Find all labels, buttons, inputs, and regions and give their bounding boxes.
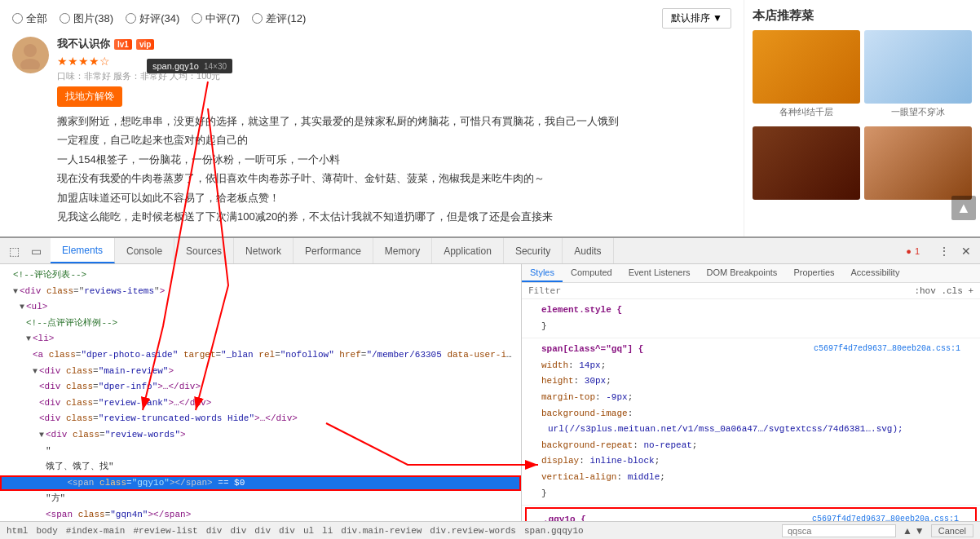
tab-computed[interactable]: Computed	[563, 264, 620, 282]
dom-text-fang[interactable]: "方"	[0, 491, 521, 507]
scroll-up-button[interactable]: ▲	[951, 196, 976, 220]
dom-panel: <!--评论列表--> ▼<div class="reviews-items">…	[0, 264, 522, 521]
review-item: 我不认识你 lv1 vip ★★★★☆ 口味：非常好 服务：非常好 人均：100…	[12, 37, 731, 226]
element-style-rule: element.style { }	[522, 299, 980, 338]
gqy1o-rule: c5697f4d7ed9637…80eeb20a.css:1 .gqy1o { …	[525, 507, 977, 521]
review-text: 搬家到附近，想吃串串，没更好的选择，就这里了，其实最爱的是辣家私厨的烤脑花，可惜…	[57, 112, 731, 226]
dom-selected-span[interactable]: <span class="gqy1o"></span> == $0	[0, 475, 521, 492]
vip-badge: vip	[136, 39, 154, 50]
dom-text-quote[interactable]: "	[0, 444, 521, 460]
nav-arrows: ▲ ▼	[903, 525, 925, 537]
device-icon[interactable]: ▭	[29, 242, 44, 260]
breadcrumb-li[interactable]: li	[322, 526, 333, 536]
page-wrapper: 全部 图片(38) 好评(34) 中评(7) 差评(12)	[0, 0, 980, 539]
dom-li[interactable]: ▼<li>	[0, 331, 521, 347]
tab-performance[interactable]: Performance	[294, 238, 373, 263]
tab-event-listeners[interactable]: Event Listeners	[620, 264, 699, 282]
breadcrumb-index-main[interactable]: #index-main	[66, 526, 126, 536]
tab-audits[interactable]: Audits	[563, 238, 613, 263]
close-devtools-icon[interactable]: ✕	[959, 242, 973, 260]
dom-ul[interactable]: ▼<ul>	[0, 299, 521, 316]
breadcrumb-span[interactable]: span.gqqy1o	[524, 526, 584, 536]
sidebar-image-4[interactable]	[864, 126, 972, 200]
dom-span-gqn4n[interactable]: <span class="gqn4n"></span>	[0, 507, 521, 521]
tab-memory[interactable]: Memory	[373, 238, 432, 263]
element-style-selector: element.style {	[528, 303, 973, 319]
styles-filter-input[interactable]	[528, 285, 914, 296]
breadcrumb-review-list[interactable]: #review-list	[133, 526, 197, 536]
filter-bad[interactable]: 差评(12)	[252, 11, 306, 26]
tab-security[interactable]: Security	[504, 238, 563, 263]
level-badge: lv1	[114, 39, 132, 50]
tab-application[interactable]: Application	[432, 238, 504, 263]
tab-network[interactable]: Network	[234, 238, 294, 263]
bottom-search-input[interactable]	[782, 524, 896, 537]
devtools-toolbar: ⬚ ▭ Elements Console Sources Network Per…	[0, 238, 980, 264]
svg-point-1	[20, 59, 40, 69]
more-options-icon[interactable]: ⋮	[936, 242, 952, 260]
styles-filter-bar: :hov .cls +	[522, 283, 980, 299]
filter-medium[interactable]: 中评(7)	[192, 11, 240, 26]
tab-accessibility[interactable]: Accessibility	[843, 264, 908, 282]
dom-div-review-words[interactable]: ▼<div class="review-words">	[0, 427, 521, 444]
devtools-tabs: Elements Console Sources Network Perform…	[51, 238, 614, 263]
tab-sources[interactable]: Sources	[174, 238, 234, 263]
devtools-panel: ⬚ ▭ Elements Console Sources Network Per…	[0, 236, 980, 539]
sidebar-image-2[interactable]	[864, 30, 972, 104]
filter-all[interactable]: 全部	[12, 11, 47, 26]
dom-text-hungry[interactable]: 饿了、饿了、找"	[0, 459, 521, 475]
inspect-icon[interactable]: ⬚	[7, 242, 22, 260]
breadcrumb-div3[interactable]: div	[254, 526, 271, 536]
styles-panel: Styles Computed Event Listeners DOM Brea…	[522, 264, 980, 521]
sort-button[interactable]: 默认排序 ▼	[662, 8, 731, 29]
sidebar-image-1[interactable]	[753, 30, 860, 104]
span-gq-selector: c5697f4d7ed9637…80eeb20a.css:1 span[clas…	[528, 342, 973, 358]
top-section: 全部 图片(38) 好评(34) 中评(7) 差评(12)	[0, 0, 980, 236]
breadcrumb-div2[interactable]: div	[230, 526, 246, 536]
hov-cls-buttons: :hov .cls +	[914, 286, 973, 296]
devtools-body: <!--评论列表--> ▼<div class="reviews-items">…	[0, 264, 980, 521]
bottom-bar: html body #index-main #review-list div d…	[0, 521, 980, 539]
breadcrumb-body[interactable]: body	[36, 526, 57, 536]
sidebar-image-3[interactable]	[753, 126, 860, 200]
dom-a-photo[interactable]: <a class="dper-photo-aside" target="_bla…	[0, 347, 521, 364]
filter-photos[interactable]: 图片(38)	[60, 11, 113, 26]
sidebar: 本店推荐菜 各种纠结千层 一眼望不穿冰	[744, 0, 980, 236]
sidebar-images: 各种纠结千层 一眼望不穿冰	[753, 30, 972, 202]
dom-comment-reviews[interactable]: <!--评论列表-->	[0, 267, 521, 284]
img-label-2: 一眼望不穿冰	[864, 106, 972, 118]
gqy1o-selector: c5697f4d7ed9637…80eeb20a.css:1 .gqy1o {	[530, 512, 972, 521]
dom-div-main-review[interactable]: ▼<div class="main-review">	[0, 364, 521, 380]
breadcrumb-div1[interactable]: div	[206, 526, 223, 536]
avatar	[12, 37, 49, 73]
dom-div-dper-info[interactable]: <div class="dper-info">…</div>	[0, 379, 521, 395]
highlight-button[interactable]: 找地方解馋	[57, 86, 122, 107]
breadcrumb-ul[interactable]: ul	[303, 526, 314, 536]
dom-div-review-rank[interactable]: <div class="review-rank">…</div>	[0, 395, 521, 412]
tab-elements[interactable]: Elements	[51, 238, 115, 263]
element-tooltip: span.gqy1o 14×30	[147, 59, 232, 73]
tab-console[interactable]: Console	[115, 238, 174, 263]
breadcrumb-review-words[interactable]: div.review-words	[430, 526, 516, 536]
breadcrumb-html[interactable]: html	[7, 526, 28, 536]
dom-div-reviews-items[interactable]: ▼<div class="reviews-items">	[0, 284, 521, 300]
filter-bar: 全部 图片(38) 好评(34) 中评(7) 差评(12)	[12, 8, 731, 29]
nav-down-button[interactable]: ▼	[915, 525, 925, 537]
sidebar-title: 本店推荐菜	[753, 8, 972, 24]
span-gq-rule: c5697f4d7ed9637…80eeb20a.css:1 span[clas…	[522, 338, 980, 506]
svg-point-0	[24, 44, 37, 57]
cancel-button[interactable]: Cancel	[931, 524, 973, 537]
breadcrumb-div4[interactable]: div	[279, 526, 295, 536]
reviewer-name: 我不认识你 lv1 vip	[57, 37, 731, 51]
styles-tabs: Styles Computed Event Listeners DOM Brea…	[522, 264, 980, 283]
dom-comment-example[interactable]: <!--点评评论样例-->	[0, 316, 521, 332]
filter-good[interactable]: 好评(34)	[126, 11, 179, 26]
tab-dom-breakpoints[interactable]: DOM Breakpoints	[699, 264, 786, 282]
bottom-right: ▲ ▼ Cancel	[782, 524, 973, 537]
tab-properties[interactable]: Properties	[785, 264, 842, 282]
dom-div-truncated[interactable]: <div class="review-truncated-words Hide"…	[0, 411, 521, 427]
breadcrumb-main-review[interactable]: div.main-review	[341, 526, 422, 536]
nav-up-button[interactable]: ▲	[903, 525, 912, 537]
main-content: 全部 图片(38) 好评(34) 中评(7) 差评(12)	[0, 0, 744, 236]
tab-styles[interactable]: Styles	[522, 264, 563, 282]
